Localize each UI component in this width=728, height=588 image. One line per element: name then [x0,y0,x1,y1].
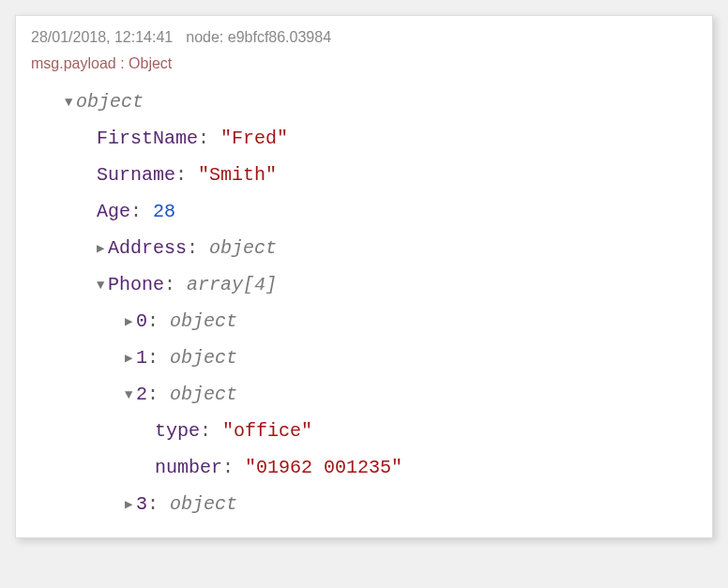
tree-row-firstname[interactable]: FirstName: "Fred" [31,120,697,157]
property-key: Address [108,237,187,259]
array-index: 0 [136,310,147,332]
type-label: object [209,237,277,259]
tree-row-phone-2-number[interactable]: number: "01962 001235" [31,449,697,486]
type-label: object [170,310,237,332]
node-label-prefix: node: [186,29,227,45]
tree-row-phone-3[interactable]: ▶3: object [31,486,697,522]
tree-row-phone-2[interactable]: ▼2: object [31,376,697,413]
payload-path-label: msg.payload : Object [16,53,712,83]
node-id: e9bfcf86.03984 [228,29,331,45]
colon: : [175,164,198,186]
caret-right-icon[interactable]: ▶ [97,236,108,262]
property-value-string: "office" [222,420,312,442]
caret-right-icon[interactable]: ▶ [125,492,136,518]
tree-row-phone-1[interactable]: ▶1: object [31,339,697,376]
type-label: object [170,384,237,405]
tree-row-phone-0[interactable]: ▶0: object [31,303,697,339]
property-key: Age [97,201,130,222]
debug-header: 28/01/2018, 12:14:41node: e9bfcf86.03984 [16,16,712,53]
caret-right-icon[interactable]: ▶ [125,346,136,371]
colon: : [200,420,222,442]
colon: : [187,237,209,259]
caret-down-icon[interactable]: ▼ [97,273,108,298]
colon: : [147,347,170,369]
colon: : [164,274,187,295]
property-key: type [155,420,200,442]
property-value-number: 28 [153,201,175,222]
tree-row-root[interactable]: ▼object [31,83,697,120]
property-value-string: "01962 001235" [245,457,402,478]
type-label: array[4] [187,274,277,295]
object-tree: ▼object FirstName: "Fred" Surname: "Smit… [16,83,712,537]
property-key: Phone [108,274,164,295]
colon: : [147,384,170,405]
tree-row-phone-2-type[interactable]: type: "office" [31,413,697,449]
debug-message-panel: 28/01/2018, 12:14:41node: e9bfcf86.03984… [15,15,713,538]
caret-right-icon[interactable]: ▶ [125,309,136,335]
type-label: object [170,493,237,515]
caret-down-icon[interactable]: ▼ [125,383,136,408]
array-index: 3 [136,493,147,515]
tree-row-address[interactable]: ▶Address: object [31,230,697,266]
type-label: object [170,347,237,369]
property-key: number [155,457,222,478]
colon: : [198,128,220,149]
colon: : [147,310,170,332]
tree-row-surname[interactable]: Surname: "Smith" [31,157,697,193]
property-value-string: "Smith" [198,164,277,186]
caret-down-icon[interactable]: ▼ [65,90,76,115]
colon: : [130,201,153,222]
timestamp: 28/01/2018, 12:14:41 [31,29,173,45]
colon: : [147,493,170,515]
property-value-string: "Fred" [220,128,288,149]
property-key: FirstName [97,128,198,149]
array-index: 1 [136,347,147,369]
type-label: object [76,91,144,113]
property-key: Surname [97,164,175,186]
colon: : [222,457,245,478]
tree-row-phone[interactable]: ▼Phone: array[4] [31,266,697,303]
tree-row-age[interactable]: Age: 28 [31,193,697,230]
array-index: 2 [136,384,147,405]
